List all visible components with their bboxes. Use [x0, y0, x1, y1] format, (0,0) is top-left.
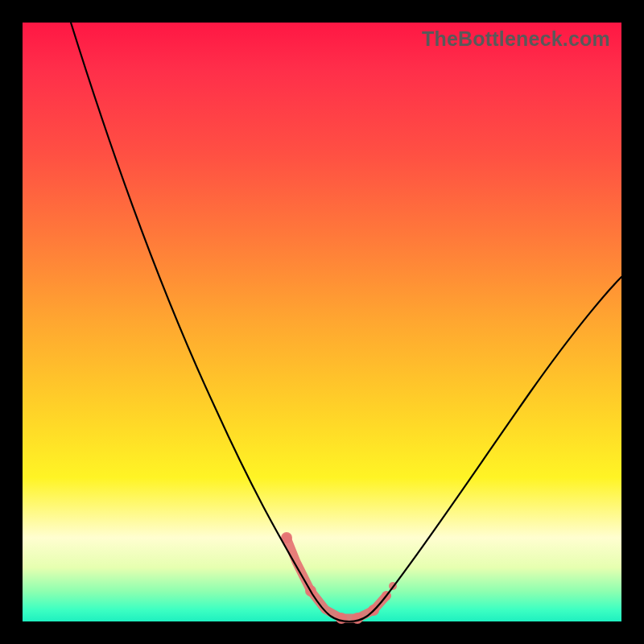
plot-area: TheBottleneck.com	[23, 23, 621, 621]
marker-dot	[352, 613, 363, 624]
chart-frame: { "watermark": "TheBottleneck.com", "col…	[0, 0, 644, 644]
bottleneck-curve-svg	[23, 23, 621, 621]
bottleneck-line	[71, 23, 621, 621]
marker-dot	[336, 613, 347, 624]
